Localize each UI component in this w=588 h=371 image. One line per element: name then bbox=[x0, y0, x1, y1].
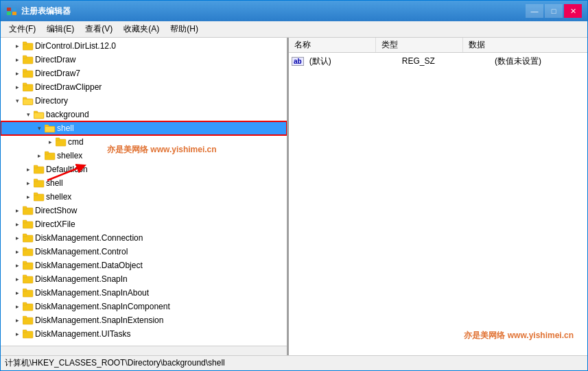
tree-item-cmd[interactable]: ▸ cmd bbox=[1, 135, 287, 149]
tree-item-shell2[interactable]: ▸ shell bbox=[1, 176, 287, 190]
tree-item-directdrawclipper[interactable]: ▸ DirectDrawClipper bbox=[1, 80, 287, 94]
expander-icon[interactable]: ▾ bbox=[34, 123, 45, 134]
tree-item-directshow[interactable]: ▸ DirectShow bbox=[1, 204, 287, 217]
tree-item-diskmgmt7[interactable]: ▸ DiskManagement.SnapInExtension bbox=[1, 313, 287, 327]
svg-rect-30 bbox=[34, 193, 38, 195]
tree-item-directory[interactable]: ▾ Directory bbox=[1, 94, 287, 108]
svg-rect-38 bbox=[23, 248, 27, 250]
right-pane-wrapper: 名称 类型 数据 ab (默认) REG_SZ (数值未设置) 亦是美网络 ww… bbox=[289, 38, 587, 355]
svg-rect-40 bbox=[23, 261, 27, 264]
tree-item-diskmgmt8[interactable]: ▸ DiskManagement.UITasks bbox=[1, 327, 287, 341]
tree-item-shellex2[interactable]: ▸ shellex bbox=[1, 149, 287, 163]
minimize-button[interactable]: — bbox=[526, 4, 543, 18]
reg-type-icon: ab bbox=[292, 57, 304, 66]
tree-item-directxfile[interactable]: ▸ DirectXFile bbox=[1, 217, 287, 231]
expander-icon[interactable]: ▾ bbox=[12, 95, 23, 106]
right-pane: 名称 类型 数据 ab (默认) REG_SZ (数值未设置) bbox=[289, 38, 587, 355]
menu-file[interactable]: 文件(F) bbox=[3, 22, 41, 36]
svg-rect-44 bbox=[23, 289, 27, 291]
tree-label: DirectDraw bbox=[35, 55, 75, 64]
tree-label: DiskManagement.Connection bbox=[35, 233, 143, 243]
svg-rect-0 bbox=[7, 8, 11, 11]
expander-icon[interactable]: ▸ bbox=[23, 191, 34, 202]
expander-icon[interactable]: ▸ bbox=[12, 68, 23, 79]
reg-data-cell: (数值未设置) bbox=[492, 56, 585, 67]
tree-scroll[interactable]: ▸ DirControl.DirList.12.0▸ DirectDraw▸ D… bbox=[1, 38, 287, 346]
tree-label: DirControl.DirList.12.0 bbox=[35, 41, 116, 51]
expander-icon[interactable]: ▸ bbox=[12, 315, 23, 326]
window-title: 注册表编辑器 bbox=[21, 5, 71, 17]
svg-rect-26 bbox=[34, 165, 38, 168]
expander-icon[interactable]: ▸ bbox=[12, 287, 23, 298]
tree-label: DiskManagement.SnapInComponent bbox=[35, 302, 170, 311]
tree-item-defaulticon[interactable]: ▸ DefaultIcon bbox=[1, 163, 287, 176]
svg-rect-17 bbox=[34, 113, 43, 118]
menu-bar: 文件(F) 编辑(E) 查看(V) 收藏夹(A) 帮助(H) bbox=[1, 21, 587, 38]
tree-label: Directory bbox=[35, 96, 68, 106]
tree-item-diskmgmt2[interactable]: ▸ DiskManagement.Control bbox=[1, 245, 287, 259]
svg-rect-42 bbox=[23, 275, 27, 278]
expander-icon[interactable]: ▸ bbox=[45, 136, 56, 147]
reg-type-cell: REG_SZ bbox=[399, 56, 492, 66]
expander-icon[interactable]: ▸ bbox=[12, 54, 23, 65]
reg-name-cell: (默认) bbox=[307, 56, 399, 67]
svg-rect-1 bbox=[12, 8, 16, 11]
expander-icon[interactable]: ▸ bbox=[12, 260, 23, 271]
tree-item-background[interactable]: ▾ background bbox=[1, 108, 287, 121]
expander-icon[interactable]: ▸ bbox=[12, 219, 23, 230]
expander-icon[interactable]: ▸ bbox=[23, 164, 34, 175]
main-content: ▸ DirControl.DirList.12.0▸ DirectDraw▸ D… bbox=[1, 38, 587, 355]
expander-icon[interactable]: ▸ bbox=[12, 82, 23, 93]
tree-item-shell[interactable]: ▾ shell bbox=[1, 121, 287, 135]
status-path: 计算机\HKEY_CLASSES_ROOT\Directory\backgrou… bbox=[5, 357, 225, 369]
maximize-button[interactable]: □ bbox=[545, 4, 563, 18]
tree-item-diskmgmt5[interactable]: ▸ DiskManagement.SnapInAbout bbox=[1, 286, 287, 300]
expander-icon[interactable]: ▸ bbox=[12, 274, 23, 285]
tree-label: DiskManagement.UITasks bbox=[35, 329, 130, 339]
registry-row[interactable]: ab (默认) REG_SZ (数值未设置) bbox=[289, 54, 587, 68]
tree-label: shell bbox=[46, 178, 63, 188]
app-icon bbox=[6, 5, 17, 16]
tree-hscrollbar[interactable] bbox=[1, 346, 287, 355]
svg-rect-7 bbox=[23, 56, 27, 58]
svg-rect-19 bbox=[45, 125, 49, 127]
expander-icon[interactable]: ▸ bbox=[12, 40, 23, 51]
tree-item-dirctr[interactable]: ▸ DirControl.DirList.12.0 bbox=[1, 39, 287, 53]
svg-rect-34 bbox=[23, 220, 27, 223]
tree-label: DiskManagement.Control bbox=[35, 247, 128, 256]
tree-item-diskmgmt1[interactable]: ▸ DiskManagement.Connection bbox=[1, 231, 287, 245]
expander-icon[interactable]: ▸ bbox=[12, 246, 23, 257]
tree-label: shellex bbox=[57, 151, 82, 160]
tree-item-directdraw7[interactable]: ▸ DirectDraw7 bbox=[1, 67, 287, 80]
tree-label: DirectDrawClipper bbox=[35, 82, 102, 92]
status-bar: 计算机\HKEY_CLASSES_ROOT\Directory\backgrou… bbox=[1, 355, 587, 370]
tree-label: shell bbox=[57, 123, 74, 133]
expander-icon[interactable]: ▸ bbox=[12, 205, 23, 216]
svg-rect-2 bbox=[7, 12, 11, 15]
main-window: 注册表编辑器 — □ ✕ 文件(F) 编辑(E) 查看(V) 收藏夹(A) 帮助… bbox=[0, 0, 588, 371]
tree-item-diskmgmt4[interactable]: ▸ DiskManagement.SnapIn bbox=[1, 272, 287, 286]
expander-icon[interactable]: ▸ bbox=[12, 328, 23, 339]
menu-favorites[interactable]: 收藏夹(A) bbox=[118, 22, 165, 36]
menu-help[interactable]: 帮助(H) bbox=[165, 22, 204, 36]
tree-item-diskmgmt6[interactable]: ▸ DiskManagement.SnapInComponent bbox=[1, 300, 287, 313]
tree-label: shellex bbox=[46, 192, 71, 202]
svg-rect-3 bbox=[12, 12, 16, 15]
expander-icon[interactable]: ▸ bbox=[23, 178, 34, 189]
expander-icon[interactable]: ▸ bbox=[34, 150, 45, 161]
menu-edit[interactable]: 编辑(E) bbox=[41, 22, 80, 36]
svg-rect-36 bbox=[23, 234, 27, 237]
menu-view[interactable]: 查看(V) bbox=[80, 22, 118, 36]
col-data: 数据 bbox=[463, 38, 587, 52]
tree-label: DirectXFile bbox=[35, 219, 75, 229]
expander-icon[interactable]: ▸ bbox=[12, 232, 23, 243]
tree-item-diskmgmt3[interactable]: ▸ DiskManagement.DataObject bbox=[1, 259, 287, 272]
expander-icon[interactable]: ▾ bbox=[23, 109, 34, 120]
close-button[interactable]: ✕ bbox=[564, 4, 582, 18]
tree-item-directdraw[interactable]: ▸ DirectDraw bbox=[1, 53, 287, 67]
expander-icon[interactable]: ▸ bbox=[12, 301, 23, 312]
svg-rect-16 bbox=[34, 111, 38, 113]
col-type: 类型 bbox=[376, 38, 463, 52]
svg-rect-9 bbox=[23, 69, 27, 72]
tree-item-shellex3[interactable]: ▸ shellex bbox=[1, 190, 287, 204]
